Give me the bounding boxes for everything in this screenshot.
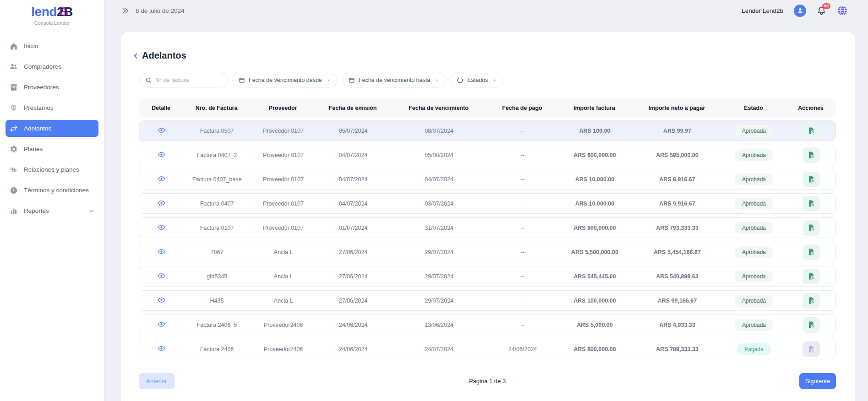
chevron-down-icon [88, 208, 95, 214]
table-body: Factura 0507 Proveedor 0107 05/07/2024 0… [139, 120, 836, 359]
page-indicator: Página 1 de 3 [469, 378, 506, 385]
caret-down-icon [492, 78, 497, 82]
payment-date: -- [488, 176, 557, 183]
package-icon [9, 83, 18, 92]
issue-date: 01/07/2024 [317, 225, 390, 231]
approve-document-button [802, 341, 820, 357]
payment-date: -- [488, 298, 557, 304]
due-date: 29/07/2024 [390, 249, 488, 255]
sidebar-item-label: Inicio [24, 43, 38, 49]
next-page-button[interactable]: Siguiente [799, 373, 836, 389]
view-detail-eye-icon[interactable] [158, 175, 165, 183]
sidebar-item-proveedores[interactable]: Proveedores [5, 79, 98, 96]
net-amount: ARS 789,333.33 [633, 346, 722, 352]
sidebar: lend2B Consola Lender Inicio Compradores… [0, 0, 104, 401]
status-badge: Aprobada [735, 125, 773, 137]
invoice-amount: ARS 600,000.00 [557, 152, 633, 158]
sidebar-item-terminos-y-condiciones[interactable]: Términos y condiciones [5, 182, 98, 199]
view-detail-eye-icon[interactable] [158, 272, 165, 280]
invoice-search-field [139, 73, 228, 87]
issue-date: 04/07/2024 [317, 152, 390, 158]
invoice-amount: ARS 100,000.00 [557, 298, 633, 304]
notifications-bell-icon[interactable]: 59 [817, 6, 826, 16]
search-input[interactable] [155, 77, 221, 83]
approve-document-button[interactable] [802, 220, 820, 236]
sidebar-item-label: Planes [24, 146, 43, 152]
sidebar-item-label: Adelantos [24, 125, 51, 132]
approve-document-button[interactable] [802, 147, 820, 163]
issue-date: 04/07/2024 [317, 176, 390, 183]
gear-icon [9, 145, 18, 153]
due-date: 05/08/2024 [390, 152, 488, 158]
view-detail-eye-icon[interactable] [158, 345, 165, 352]
payment-date: -- [488, 273, 557, 280]
net-amount: ARS 9,916.67 [633, 200, 722, 207]
table-row: gfd5345 Ancla L 27/06/2024 29/07/2024 --… [139, 266, 836, 287]
invoice-amount: ARS 100.00 [557, 128, 633, 134]
approve-document-button[interactable] [802, 293, 820, 309]
status-badge: Aprobada [735, 222, 773, 234]
calendar-icon [239, 77, 245, 83]
approve-document-button[interactable] [802, 196, 820, 211]
states-filter[interactable]: Estados [450, 73, 503, 87]
view-detail-eye-icon[interactable] [158, 223, 165, 231]
sidebar-item-compradores[interactable]: Compradores [5, 58, 98, 75]
sidebar-item-reportes[interactable]: Reportes [5, 202, 98, 219]
sidebar-item-adelantos[interactable]: Adelantos [5, 120, 98, 137]
view-detail-eye-icon[interactable] [158, 151, 165, 158]
net-amount: ARS 4,933.33 [633, 322, 722, 328]
swap-arrows-icon [9, 124, 18, 133]
invoice-amount: ARS 5,500,000.00 [557, 249, 633, 255]
sidebar-item-relaciones-y-planes[interactable]: % Relaciones y planes [5, 161, 98, 178]
header-estado: Estado [721, 105, 786, 111]
logo-lend: lend [31, 5, 57, 19]
view-detail-eye-icon[interactable] [158, 199, 165, 207]
view-detail-eye-icon[interactable] [158, 296, 165, 304]
date-from-filter[interactable]: Fecha de vencimiento desde [232, 73, 338, 87]
status-badge: Aprobada [735, 149, 773, 161]
sidebar-nav: Inicio Compradores Proveedores $ Préstam… [0, 38, 104, 219]
sidebar-item-label: Términos y condiciones [24, 187, 89, 194]
sidebar-item-planes[interactable]: Planes [5, 141, 98, 157]
view-detail-eye-icon[interactable] [158, 320, 165, 328]
header-fecha-pago: Fecha de pago [488, 105, 557, 111]
approve-document-button[interactable] [802, 244, 820, 260]
provider-name: Proveedor2406 [250, 322, 317, 328]
provider-name: Ancla L [250, 273, 317, 280]
status-badge: Pagada [737, 343, 770, 355]
caret-down-icon [435, 78, 439, 82]
table-row: Factura 0407_2 Proveedor 0107 04/07/2024… [139, 145, 836, 165]
table-row: Factura 2406 Proveedor2406 24/06/2024 24… [139, 339, 836, 359]
table-row: Factura 0507 Proveedor 0107 05/07/2024 0… [139, 120, 836, 141]
advances-table: Detalle Nro. de Factura Proveedor Fecha … [139, 99, 836, 359]
issue-date: 27/06/2024 [317, 273, 390, 280]
header-fecha-vencimiento: Fecha de vencimiento [389, 105, 488, 111]
approve-document-button[interactable] [802, 317, 820, 333]
caret-down-icon [327, 78, 331, 82]
view-detail-eye-icon[interactable] [158, 248, 165, 255]
status-badge: Aprobada [735, 246, 773, 258]
language-globe-icon[interactable] [837, 5, 848, 16]
previous-page-button[interactable]: Anterior [139, 373, 175, 389]
back-chevron-icon[interactable] [131, 52, 140, 60]
double-chevron-icon[interactable] [121, 7, 129, 15]
invoice-amount: ARS 10,000.00 [557, 176, 633, 183]
sidebar-item-prestamos[interactable]: $ Préstamos [5, 99, 98, 116]
sidebar-item-inicio[interactable]: Inicio [5, 38, 98, 54]
payment-date: -- [488, 152, 557, 158]
invoice-number: H435 [184, 298, 250, 304]
approve-document-button[interactable] [802, 123, 820, 139]
view-detail-eye-icon[interactable] [158, 126, 165, 134]
net-amount: ARS 9,916.67 [633, 176, 722, 183]
date-to-filter[interactable]: Fecha de vencimiento hasta [342, 73, 446, 87]
approve-document-button[interactable] [802, 269, 820, 284]
user-avatar[interactable] [794, 5, 806, 17]
main-card: Adelantos Fecha de vencimiento desde Fec… [121, 32, 855, 401]
net-amount: ARS 793,333.33 [633, 225, 722, 231]
app-window: lend2B Consola Lender Inicio Compradores… [0, 0, 868, 401]
approve-document-button[interactable] [802, 172, 820, 187]
pagination: Anterior Página 1 de 3 Siguiente [139, 373, 836, 389]
table-row: Factura 0107 Proveedor 0107 01/07/2024 3… [139, 217, 836, 238]
invoice-amount: ARS 800,000.00 [557, 225, 633, 231]
status-badge: Aprobada [735, 319, 773, 331]
